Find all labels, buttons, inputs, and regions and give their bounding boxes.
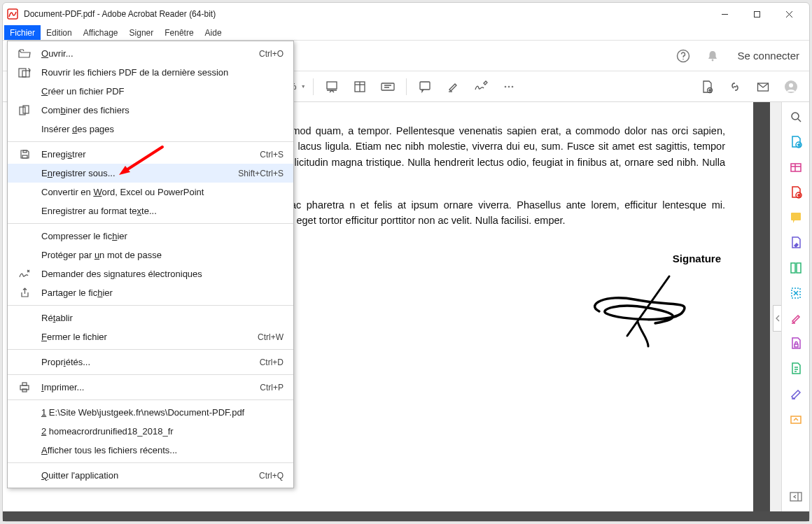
combine-icon [16, 105, 33, 116]
comment-icon[interactable] [412, 74, 438, 99]
email-icon[interactable] [750, 74, 776, 99]
menu-reopen[interactable]: Rouvrir les fichiers PDF de la dernière … [8, 63, 293, 82]
minimize-button[interactable] [708, 3, 741, 25]
menu-fichier[interactable]: Fichier [4, 25, 41, 40]
svg-rect-34 [23, 150, 27, 153]
svg-point-17 [789, 83, 793, 87]
protect-tool-icon[interactable] [788, 336, 804, 351]
maximize-button[interactable] [741, 3, 773, 25]
bell-icon[interactable] [703, 46, 722, 66]
svg-point-3 [682, 58, 684, 59]
menu-aide[interactable]: Aide [200, 25, 227, 40]
create-pdf-tool-icon[interactable] [788, 134, 804, 150]
menu-share[interactable]: Partager le fichier [8, 283, 293, 302]
signature-request-icon [16, 269, 33, 279]
menu-close[interactable]: Fermer le fichier Ctrl+W [8, 327, 293, 346]
account-icon[interactable] [778, 74, 804, 99]
close-button[interactable] [773, 3, 805, 25]
highlight-icon[interactable] [440, 74, 465, 99]
svg-point-12 [507, 85, 510, 87]
window-title: Document-PDF.pdf - Adobe Acrobat Reader … [24, 9, 216, 19]
titlebar: Document-PDF.pdf - Adobe Acrobat Reader … [3, 3, 809, 25]
organize-tool-icon[interactable] [788, 260, 804, 276]
menu-protect[interactable]: Protéger par un mot de passe [8, 246, 293, 264]
menu-create-pdf[interactable]: Créer un fichier PDF [8, 82, 293, 101]
reopen-icon [16, 68, 33, 78]
svg-point-13 [511, 85, 513, 87]
svg-rect-10 [420, 82, 430, 90]
menu-save-text[interactable]: Enregistrer au format texte... [8, 201, 293, 220]
menu-fenetre[interactable]: Fenêtre [159, 25, 199, 40]
acrobat-icon [7, 8, 18, 20]
svg-point-4 [711, 59, 713, 61]
svg-rect-22 [791, 213, 801, 220]
tools-rail [781, 102, 809, 511]
print-icon [16, 382, 33, 392]
menu-compress[interactable]: Compresser le fichier [8, 227, 293, 246]
menu-convert[interactable]: Convertir en Word, Excel ou PowerPoint [8, 183, 293, 201]
svg-rect-33 [22, 155, 27, 158]
menu-signer[interactable]: Signer [124, 25, 160, 40]
fit-width-icon[interactable] [319, 74, 344, 99]
svg-rect-28 [790, 493, 802, 501]
fill-sign-tool-icon[interactable] [788, 235, 804, 250]
measure-tool-icon[interactable] [788, 386, 804, 402]
svg-rect-26 [794, 344, 798, 347]
export-pdf-icon[interactable] [694, 74, 720, 99]
svg-rect-23 [791, 263, 795, 273]
page-display-icon[interactable] [347, 74, 372, 99]
menu-affichage[interactable]: Affichage [78, 25, 124, 40]
convert-tool-icon[interactable] [788, 361, 804, 376]
file-menu-dropdown: Ouvrir... Ctrl+O Rouvrir les fichiers PD… [7, 41, 294, 488]
svg-rect-36 [22, 383, 27, 385]
menu-combine[interactable]: Combiner des fichiers [8, 101, 293, 120]
menu-properties[interactable]: Propriétés... Ctrl+D [8, 353, 293, 371]
sign-icon[interactable] [468, 74, 493, 99]
svg-rect-27 [791, 416, 801, 423]
read-mode-icon[interactable] [375, 74, 400, 99]
menu-show-all-recent[interactable]: Afficher tous les fichiers récents... [8, 441, 293, 460]
share-icon [16, 288, 33, 298]
menu-recent-1[interactable]: 1 E:\Site Web\justgeek.fr\news\Document-… [8, 403, 293, 422]
collapse-rail-icon[interactable] [773, 305, 781, 332]
rail-toggle-icon[interactable] [788, 489, 804, 504]
save-icon [16, 149, 33, 160]
document-footer-strip [3, 511, 809, 521]
comment-tool-icon[interactable] [788, 210, 804, 225]
svg-rect-24 [797, 263, 801, 273]
svg-point-18 [792, 113, 799, 120]
open-folder-icon [16, 49, 33, 59]
export-pdf-tool-icon[interactable] [788, 185, 804, 200]
compress-tool-icon[interactable] [788, 285, 804, 301]
svg-point-11 [504, 85, 506, 87]
menu-edition[interactable]: Edition [41, 25, 78, 40]
search-tool-icon[interactable] [788, 109, 804, 125]
redact-tool-icon[interactable] [788, 311, 804, 326]
menu-request-sign[interactable]: Demander des signatures électroniques [8, 264, 293, 283]
help-icon[interactable] [673, 46, 693, 66]
signature-drawing [578, 273, 704, 350]
menu-print[interactable]: Imprimer... Ctrl+P [8, 378, 293, 397]
svg-rect-7 [327, 82, 337, 89]
menu-open[interactable]: Ouvrir... Ctrl+O [8, 44, 293, 63]
menu-save[interactable]: Enregistrer Ctrl+S [8, 145, 293, 164]
more-tool-icon[interactable] [788, 411, 804, 427]
link-icon[interactable] [722, 74, 748, 99]
menu-recent-2[interactable]: 2 homeacrordrunified18_2018_fr [8, 422, 293, 441]
svg-rect-20 [791, 164, 801, 171]
menu-insert-pages[interactable]: Insérer des pages [8, 120, 293, 139]
more-tools-icon[interactable] [496, 74, 522, 99]
menu-revert[interactable]: Rétablir [8, 309, 293, 327]
menu-save-as[interactable]: Enregistrer sous... Shift+Ctrl+S [8, 164, 293, 183]
edit-pdf-tool-icon[interactable] [788, 160, 804, 175]
svg-rect-37 [22, 389, 27, 392]
menu-quit[interactable]: Quitter l'application Ctrl+Q [8, 466, 293, 485]
menubar: Fichier Edition Affichage Signer Fenêtre… [3, 25, 809, 41]
sign-in-link[interactable]: Se connecter [738, 50, 799, 62]
svg-rect-1 [754, 11, 760, 17]
svg-rect-9 [382, 83, 394, 90]
